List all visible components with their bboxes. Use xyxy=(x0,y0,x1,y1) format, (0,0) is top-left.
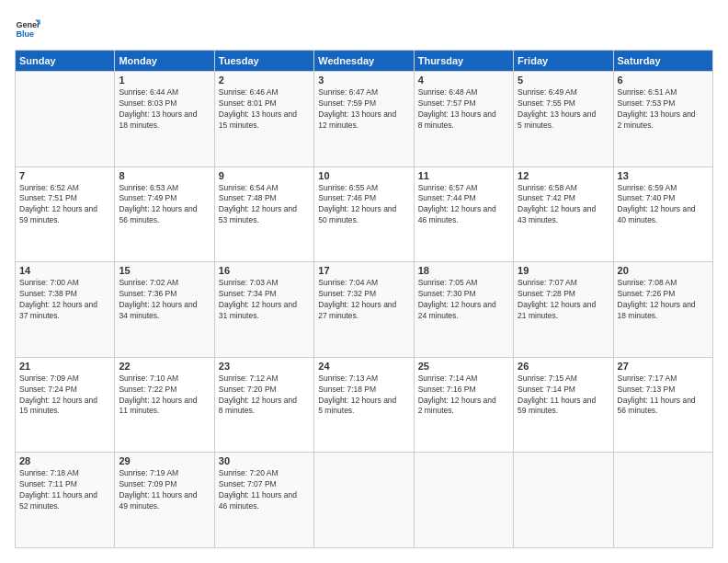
weekday-header-row: SundayMondayTuesdayWednesdayThursdayFrid… xyxy=(16,51,713,72)
calendar-cell xyxy=(613,453,712,548)
svg-text:Blue: Blue xyxy=(16,29,34,39)
calendar-cell: 29Sunrise: 7:19 AMSunset: 7:09 PMDayligh… xyxy=(115,453,214,548)
calendar-cell: 6Sunrise: 6:51 AMSunset: 7:53 PMDaylight… xyxy=(613,72,712,167)
cell-info: Sunrise: 7:18 AMSunset: 7:11 PMDaylight:… xyxy=(19,468,110,512)
weekday-header-monday: Monday xyxy=(115,51,214,72)
cell-info: Sunrise: 6:47 AMSunset: 7:59 PMDaylight:… xyxy=(318,87,409,132)
calendar-cell xyxy=(414,453,513,548)
calendar-cell: 23Sunrise: 7:12 AMSunset: 7:20 PMDayligh… xyxy=(214,357,313,453)
cell-date: 6 xyxy=(618,75,709,86)
cell-date: 4 xyxy=(418,75,509,86)
cell-date: 11 xyxy=(418,170,509,181)
cell-info: Sunrise: 6:58 AMSunset: 7:42 PMDaylight:… xyxy=(518,183,609,227)
calendar-cell: 28Sunrise: 7:18 AMSunset: 7:11 PMDayligh… xyxy=(16,453,115,548)
calendar-cell xyxy=(314,453,414,548)
week-row-1: 1Sunrise: 6:44 AMSunset: 8:03 PMDaylight… xyxy=(16,72,713,167)
cell-date: 28 xyxy=(19,455,110,466)
cell-info: Sunrise: 6:44 AMSunset: 8:03 PMDaylight:… xyxy=(119,87,210,132)
cell-date: 5 xyxy=(518,75,609,86)
calendar-cell: 13Sunrise: 6:59 AMSunset: 7:40 PMDayligh… xyxy=(613,167,712,262)
cell-info: Sunrise: 6:48 AMSunset: 7:57 PMDaylight:… xyxy=(418,87,509,132)
cell-date: 10 xyxy=(318,170,409,181)
cell-info: Sunrise: 7:19 AMSunset: 7:09 PMDaylight:… xyxy=(119,468,210,512)
cell-info: Sunrise: 7:17 AMSunset: 7:13 PMDaylight:… xyxy=(618,373,709,418)
header: General Blue xyxy=(15,15,713,40)
week-row-3: 14Sunrise: 7:00 AMSunset: 7:38 PMDayligh… xyxy=(16,262,713,358)
cell-info: Sunrise: 7:00 AMSunset: 7:38 PMDaylight:… xyxy=(19,278,110,322)
cell-info: Sunrise: 7:10 AMSunset: 7:22 PMDaylight:… xyxy=(119,373,210,418)
calendar-cell: 27Sunrise: 7:17 AMSunset: 7:13 PMDayligh… xyxy=(613,357,712,453)
weekday-header-tuesday: Tuesday xyxy=(214,51,313,72)
cell-date: 15 xyxy=(119,265,210,276)
calendar-cell: 4Sunrise: 6:48 AMSunset: 7:57 PMDaylight… xyxy=(414,72,513,167)
calendar-cell: 9Sunrise: 6:54 AMSunset: 7:48 PMDaylight… xyxy=(214,167,313,262)
cell-date: 9 xyxy=(219,170,310,181)
calendar-cell: 21Sunrise: 7:09 AMSunset: 7:24 PMDayligh… xyxy=(16,357,115,453)
cell-date: 13 xyxy=(618,170,709,181)
calendar-cell: 17Sunrise: 7:04 AMSunset: 7:32 PMDayligh… xyxy=(314,262,414,358)
cell-info: Sunrise: 6:49 AMSunset: 7:55 PMDaylight:… xyxy=(518,87,609,132)
cell-info: Sunrise: 7:20 AMSunset: 7:07 PMDaylight:… xyxy=(219,468,310,512)
cell-date: 19 xyxy=(518,265,609,276)
calendar-cell: 5Sunrise: 6:49 AMSunset: 7:55 PMDaylight… xyxy=(514,72,613,167)
calendar-cell: 1Sunrise: 6:44 AMSunset: 8:03 PMDaylight… xyxy=(115,72,214,167)
cell-date: 14 xyxy=(19,265,110,276)
cell-info: Sunrise: 7:03 AMSunset: 7:34 PMDaylight:… xyxy=(219,278,310,322)
cell-info: Sunrise: 6:57 AMSunset: 7:44 PMDaylight:… xyxy=(418,183,509,227)
cell-date: 12 xyxy=(518,170,609,181)
cell-date: 17 xyxy=(318,265,409,276)
cell-date: 16 xyxy=(219,265,310,276)
cell-info: Sunrise: 6:52 AMSunset: 7:51 PMDaylight:… xyxy=(19,183,110,227)
week-row-2: 7Sunrise: 6:52 AMSunset: 7:51 PMDaylight… xyxy=(16,167,713,262)
cell-date: 7 xyxy=(19,170,110,181)
weekday-header-wednesday: Wednesday xyxy=(314,51,414,72)
calendar-cell: 7Sunrise: 6:52 AMSunset: 7:51 PMDaylight… xyxy=(16,167,115,262)
cell-info: Sunrise: 6:51 AMSunset: 7:53 PMDaylight:… xyxy=(618,87,709,132)
logo: General Blue xyxy=(15,15,40,40)
cell-date: 18 xyxy=(418,265,509,276)
cell-info: Sunrise: 6:53 AMSunset: 7:49 PMDaylight:… xyxy=(119,183,210,227)
cell-date: 24 xyxy=(318,361,409,372)
week-row-4: 21Sunrise: 7:09 AMSunset: 7:24 PMDayligh… xyxy=(16,357,713,453)
cell-info: Sunrise: 6:54 AMSunset: 7:48 PMDaylight:… xyxy=(219,183,310,227)
cell-info: Sunrise: 7:05 AMSunset: 7:30 PMDaylight:… xyxy=(418,278,509,322)
calendar-cell: 30Sunrise: 7:20 AMSunset: 7:07 PMDayligh… xyxy=(214,453,313,548)
cell-info: Sunrise: 7:07 AMSunset: 7:28 PMDaylight:… xyxy=(518,278,609,322)
cell-info: Sunrise: 7:02 AMSunset: 7:36 PMDaylight:… xyxy=(119,278,210,322)
calendar-cell: 18Sunrise: 7:05 AMSunset: 7:30 PMDayligh… xyxy=(414,262,513,358)
weekday-header-thursday: Thursday xyxy=(414,51,513,72)
calendar-cell: 12Sunrise: 6:58 AMSunset: 7:42 PMDayligh… xyxy=(514,167,613,262)
cell-date: 25 xyxy=(418,361,509,372)
cell-info: Sunrise: 7:13 AMSunset: 7:18 PMDaylight:… xyxy=(318,373,409,418)
calendar-cell: 11Sunrise: 6:57 AMSunset: 7:44 PMDayligh… xyxy=(414,167,513,262)
cell-info: Sunrise: 7:09 AMSunset: 7:24 PMDaylight:… xyxy=(19,373,110,418)
cell-info: Sunrise: 7:04 AMSunset: 7:32 PMDaylight:… xyxy=(318,278,409,322)
calendar-cell: 8Sunrise: 6:53 AMSunset: 7:49 PMDaylight… xyxy=(115,167,214,262)
cell-info: Sunrise: 6:55 AMSunset: 7:46 PMDaylight:… xyxy=(318,183,409,227)
cell-date: 2 xyxy=(219,75,310,86)
cell-date: 23 xyxy=(219,361,310,372)
weekday-header-sunday: Sunday xyxy=(16,51,115,72)
calendar-cell: 25Sunrise: 7:14 AMSunset: 7:16 PMDayligh… xyxy=(414,357,513,453)
calendar-cell: 3Sunrise: 6:47 AMSunset: 7:59 PMDaylight… xyxy=(314,72,414,167)
cell-date: 8 xyxy=(119,170,210,181)
cell-date: 20 xyxy=(618,265,709,276)
calendar-cell: 19Sunrise: 7:07 AMSunset: 7:28 PMDayligh… xyxy=(514,262,613,358)
calendar-cell: 16Sunrise: 7:03 AMSunset: 7:34 PMDayligh… xyxy=(214,262,313,358)
cell-date: 1 xyxy=(119,75,210,86)
calendar-cell: 26Sunrise: 7:15 AMSunset: 7:14 PMDayligh… xyxy=(514,357,613,453)
cell-info: Sunrise: 7:08 AMSunset: 7:26 PMDaylight:… xyxy=(618,278,709,322)
logo-icon: General Blue xyxy=(15,15,40,40)
calendar-cell xyxy=(514,453,613,548)
calendar-cell: 10Sunrise: 6:55 AMSunset: 7:46 PMDayligh… xyxy=(314,167,414,262)
cell-info: Sunrise: 7:12 AMSunset: 7:20 PMDaylight:… xyxy=(219,373,310,418)
cell-info: Sunrise: 7:14 AMSunset: 7:16 PMDaylight:… xyxy=(418,373,509,418)
cell-date: 26 xyxy=(518,361,609,372)
cell-date: 22 xyxy=(119,361,210,372)
week-row-5: 28Sunrise: 7:18 AMSunset: 7:11 PMDayligh… xyxy=(16,453,713,548)
calendar-cell: 20Sunrise: 7:08 AMSunset: 7:26 PMDayligh… xyxy=(613,262,712,358)
calendar-cell xyxy=(16,72,115,167)
page: General Blue SundayMondayTuesdayWednesda… xyxy=(0,0,728,563)
cell-date: 3 xyxy=(318,75,409,86)
calendar-cell: 2Sunrise: 6:46 AMSunset: 8:01 PMDaylight… xyxy=(214,72,313,167)
